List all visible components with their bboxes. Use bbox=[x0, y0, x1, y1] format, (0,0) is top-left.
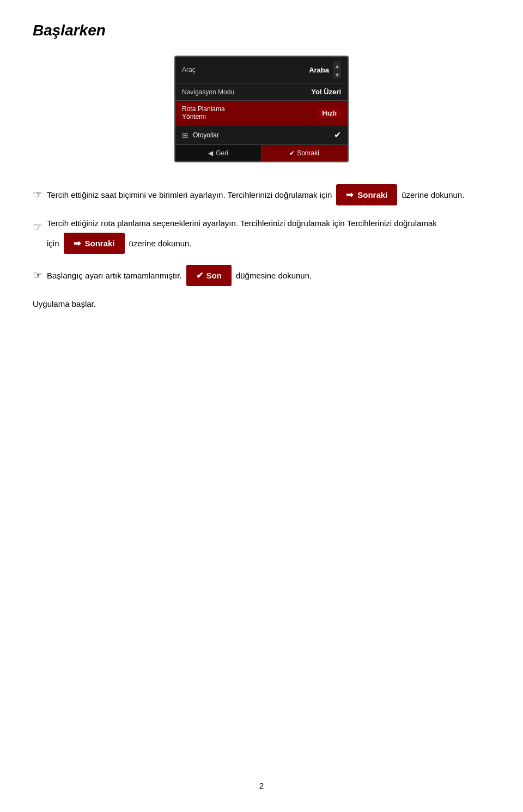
device-label-arac: Araç bbox=[182, 66, 196, 74]
device-label-navmod: Navigasyon Modu bbox=[182, 88, 234, 96]
step2-arrow-icon: ➡ bbox=[74, 236, 81, 251]
next-check-icon: ✔ bbox=[289, 149, 295, 157]
device-label-otoyollar: Otoyollar bbox=[193, 131, 219, 139]
step2-text-after: üzerine dokunun. bbox=[129, 237, 192, 251]
step2-sonraki-button[interactable]: ➡ Sonraki bbox=[64, 233, 125, 254]
step1-text-after: üzerine dokunun. bbox=[402, 188, 464, 202]
page-number: 2 bbox=[259, 781, 264, 790]
step2-content: Tercih ettiğiniz rota planlama seçenekle… bbox=[47, 216, 490, 254]
step2-text: Tercih ettiğiniz rota planlama seçenekle… bbox=[47, 216, 490, 231]
device-geri-button[interactable]: ◀ Geri bbox=[175, 145, 262, 161]
device-scrollbar: ▲ ▼ bbox=[333, 61, 341, 78]
step1-content: Tercih ettiğiniz saat biçimini ve biriml… bbox=[47, 184, 490, 205]
scroll-down-icon: ▼ bbox=[335, 71, 340, 80]
step3-button-label: Son bbox=[206, 269, 222, 283]
device-sonraki-label: Sonraki bbox=[297, 149, 319, 157]
step1-arrow-icon: ➡ bbox=[346, 187, 353, 202]
device-value-hizli: Hızlı bbox=[318, 108, 341, 118]
step2-text-before: Tercih ettiğiniz rota planlama seçenekle… bbox=[47, 216, 345, 231]
otoyollar-check-icon: ✔ bbox=[334, 130, 341, 140]
device-label-rota: Rota PlanlamaYöntemi bbox=[182, 105, 225, 120]
step2-button-label: Sonraki bbox=[85, 237, 115, 251]
step1-sonraki-button[interactable]: ➡ Sonraki bbox=[336, 184, 397, 205]
last-line-block: Uygulama başlar. bbox=[33, 297, 490, 311]
step-1-block: ☞ Tercih ettiğiniz saat biçimini ve biri… bbox=[33, 184, 490, 205]
device-bottom-bar: ◀ Geri ✔ Sonraki bbox=[175, 145, 348, 161]
step2-icin-text: için bbox=[47, 237, 59, 251]
device-screenshot: Araç Araba ▲ ▼ Navigasyon Modu Yol Üzeri… bbox=[174, 56, 349, 162]
step2-finger-icon: ☞ bbox=[33, 217, 42, 236]
step1-text: Tercih ettiğiniz saat biçimini ve biriml… bbox=[47, 184, 490, 205]
device-row-arac: Araç Araba ▲ ▼ bbox=[175, 57, 348, 83]
step1-text-before: Tercih ettiğiniz saat biçimini ve biriml… bbox=[47, 188, 332, 202]
device-value-araba: Araba bbox=[309, 66, 329, 74]
step3-text: Başlangıç ayarı artık tamamlanmıştır. ✔ … bbox=[47, 265, 490, 286]
device-row-rota: Rota PlanlamaYöntemi Hızlı bbox=[175, 101, 348, 125]
step3-text-before: Başlangıç ayarı artık tamamlanmıştır. bbox=[47, 269, 182, 283]
device-row-navmod: Navigasyon Modu Yol Üzeri bbox=[175, 83, 348, 101]
step2-button-row: için ➡ Sonraki üzerine dokunun. bbox=[47, 233, 490, 254]
step3-finger-icon: ☞ bbox=[33, 266, 42, 284]
step-3-block: ☞ Başlangıç ayarı artık tamamlanmıştır. … bbox=[33, 265, 490, 286]
device-sonraki-button[interactable]: ✔ Sonraki bbox=[262, 145, 348, 161]
step-2-block: ☞ Tercih ettiğiniz rota planlama seçenek… bbox=[33, 216, 490, 254]
step3-son-button[interactable]: ✔ Son bbox=[186, 265, 232, 286]
step2-text-prefix: Tercihlerinizi doğrulamak bbox=[347, 216, 437, 231]
device-value-yoluzeri: Yol Üzeri bbox=[311, 88, 341, 96]
page-title: Başlarken bbox=[33, 22, 490, 39]
back-arrow-icon: ◀ bbox=[208, 149, 213, 157]
step3-check-icon: ✔ bbox=[196, 268, 203, 283]
step1-button-label: Sonraki bbox=[357, 188, 387, 202]
last-line-text: Uygulama başlar. bbox=[33, 297, 96, 311]
device-geri-label: Geri bbox=[216, 149, 228, 157]
scroll-up-icon: ▲ bbox=[335, 62, 340, 71]
step1-finger-icon: ☞ bbox=[33, 185, 42, 204]
step3-content: Başlangıç ayarı artık tamamlanmıştır. ✔ … bbox=[47, 265, 490, 286]
step3-text-after: düğmesine dokunun. bbox=[236, 269, 312, 283]
otoyollar-icon: ⊞ bbox=[182, 131, 188, 140]
device-row-otoyollar: ⊞ Otoyollar ✔ bbox=[175, 125, 348, 145]
